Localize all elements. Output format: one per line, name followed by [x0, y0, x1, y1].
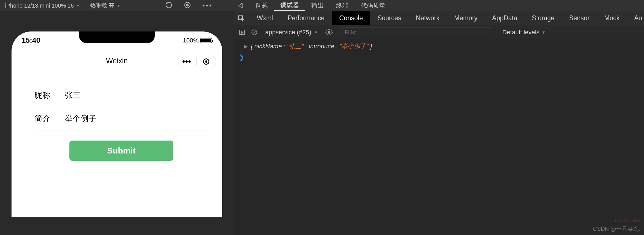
watermark: CSDN @一只菜鸟..: [593, 225, 642, 233]
form-row-nickname: 昵称 张三: [35, 84, 208, 107]
page-title: Weixin: [106, 57, 128, 65]
live-expression-icon[interactable]: [325, 28, 333, 37]
phone-notch: [79, 31, 155, 43]
profile-form: 昵称 张三 简介 举个例子 Submit: [35, 84, 208, 161]
subtab-mock[interactable]: Mock: [597, 11, 627, 25]
caret-down-icon: ▼: [76, 3, 80, 8]
caret-down-icon: ▼: [117, 3, 121, 8]
log-key: nickName: [254, 43, 282, 50]
device-label: iPhone 12/13 mini 100% 16: [5, 3, 74, 9]
drawer-toggle-icon[interactable]: [237, 1, 246, 10]
phone-frame: 15:40 100% Weixin ••• 昵称 张三 简介 举个例子 S: [12, 31, 222, 217]
console-prompt-icon[interactable]: ❯: [239, 53, 639, 61]
console-filter-bar: appservice (#25) ▼ Default levels ▼: [234, 25, 644, 39]
subtab-appdata[interactable]: AppData: [485, 11, 525, 25]
log-value: "举个例子": [339, 42, 369, 51]
subtab-network[interactable]: Network: [409, 11, 447, 25]
svg-point-8: [328, 31, 330, 34]
svg-marker-5: [241, 31, 243, 33]
subtab-memory[interactable]: Memory: [447, 11, 485, 25]
subtab-sensor[interactable]: Sensor: [562, 11, 597, 25]
caret-down-icon: ▼: [542, 30, 546, 35]
form-row-intro: 简介 举个例子: [35, 107, 208, 130]
disclosure-triangle-icon[interactable]: ▶: [244, 43, 248, 49]
nickname-label: 昵称: [35, 90, 53, 101]
log-key: introduce: [309, 43, 334, 50]
refresh-icon[interactable]: [165, 1, 173, 10]
status-time: 15:40: [22, 36, 40, 45]
watermark: Yuucn.com: [614, 218, 642, 224]
capsule-close-button[interactable]: [197, 58, 216, 65]
context-selector[interactable]: appservice (#25) ▼: [265, 29, 318, 36]
battery-percent: 100%: [183, 37, 199, 44]
subtab-performance[interactable]: Performance: [280, 11, 332, 25]
tab-issues[interactable]: 问题: [250, 0, 274, 11]
subtab-sources[interactable]: Sources: [370, 11, 409, 25]
more-icon[interactable]: •••: [202, 2, 213, 10]
levels-label: Default levels: [502, 29, 539, 36]
battery-icon: [200, 38, 212, 43]
hotreload-toggle[interactable]: 热重载 开 ▼: [85, 0, 126, 11]
subtab-audits[interactable]: Au: [627, 11, 644, 25]
stop-icon[interactable]: [184, 1, 191, 10]
clear-console-icon[interactable]: [250, 28, 258, 37]
intro-input[interactable]: 举个例子: [65, 113, 96, 124]
hotreload-label: 热重载 开: [90, 2, 114, 10]
device-selector[interactable]: iPhone 12/13 mini 100% 16 ▼: [0, 0, 85, 11]
intro-label: 简介: [35, 113, 53, 124]
svg-point-1: [187, 4, 189, 6]
tab-debugger[interactable]: 调试器: [274, 0, 305, 11]
console-filter-input[interactable]: [341, 28, 491, 37]
toggle-sidebar-icon[interactable]: [238, 28, 246, 37]
capsule-menu-button[interactable]: •••: [177, 57, 196, 66]
inspect-element-icon[interactable]: [238, 14, 244, 23]
miniapp-capsule: •••: [177, 55, 216, 68]
devtools-top-tabs: 问题 调试器 输出 终端 代码质量: [234, 0, 644, 11]
devtools-pane: 问题 调试器 输出 终端 代码质量 Wxml Performance Conso…: [234, 0, 644, 235]
console-output: ▶ {nickName: "张三", introduce: "举个例子"} ❯ …: [234, 39, 644, 235]
tab-terminal[interactable]: 终端: [330, 0, 355, 11]
svg-line-7: [253, 31, 256, 34]
tab-codequality[interactable]: 代码质量: [355, 0, 392, 11]
log-value: "张三": [287, 42, 304, 51]
target-icon: [203, 58, 209, 65]
subtab-storage[interactable]: Storage: [525, 11, 562, 25]
tab-output[interactable]: 输出: [305, 0, 330, 11]
submit-button[interactable]: Submit: [69, 141, 173, 161]
simulator-pane: 15:40 100% Weixin ••• 昵称 张三 简介 举个例子 S: [0, 11, 234, 235]
devtools-sub-tabs: Wxml Performance Console Sources Network…: [234, 11, 644, 25]
log-level-selector[interactable]: Default levels ▼: [502, 29, 546, 36]
nickname-input[interactable]: 张三: [65, 90, 81, 101]
subtab-wxml[interactable]: Wxml: [250, 11, 280, 25]
caret-down-icon: ▼: [314, 30, 318, 35]
context-label: appservice (#25): [265, 29, 311, 36]
console-log-line[interactable]: ▶ {nickName: "张三", introduce: "举个例子"}: [239, 42, 639, 51]
subtab-console[interactable]: Console: [332, 11, 370, 25]
